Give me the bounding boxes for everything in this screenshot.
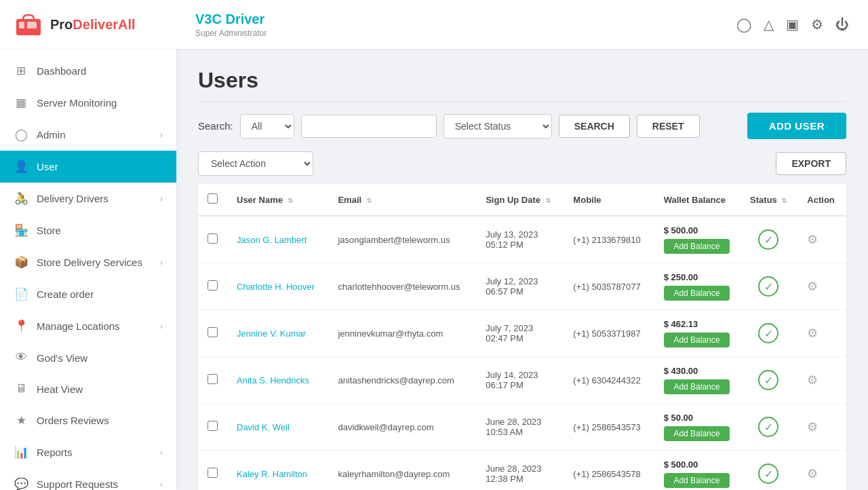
wallet-amount: $ 500.00 [664,225,730,235]
add-balance-button[interactable]: Add Balance [664,473,730,488]
wallet-amount: $ 462.13 [664,319,730,329]
status-check: ✓ [749,464,788,484]
row-signup-date: July 12, 202306:57 PM [476,263,564,310]
row-username: Jason G. Lambert [227,216,328,263]
row-checkbox-cell[interactable] [198,216,227,263]
row-status: ✓ [739,310,797,357]
search-input[interactable] [301,115,437,138]
table-row: David K. Weil davidkweil@dayrep.com June… [198,404,846,451]
sidebar-item-label: Store [37,225,61,236]
search-button[interactable]: SEARCH [559,115,630,138]
gear-icon[interactable]: ⚙ [811,16,823,33]
row-email: jasonglambert@teleworm.us [328,216,476,263]
sidebar-item-label: User [37,161,58,172]
search-filter-select[interactable]: All Name Email Mobile [240,114,294,138]
sidebar-item-support-requests[interactable]: 💬 Support Requests › [0,468,176,490]
sidebar-item-gods-view[interactable]: 👁 God's View [0,342,176,373]
col-status[interactable]: Status ⇅ [739,184,797,216]
clipboard-icon[interactable]: ▣ [786,16,799,33]
row-checkbox-cell[interactable] [198,357,227,404]
add-balance-button[interactable]: Add Balance [664,239,730,254]
action-gear-button[interactable]: ⚙ [807,326,818,341]
sidebar-item-server-monitoring[interactable]: ▦ Server Monitoring [0,87,176,119]
row-checkbox[interactable] [208,421,218,431]
wallet-amount: $ 500.00 [664,459,730,470]
row-status: ✓ [739,404,797,451]
row-checkbox-cell[interactable] [198,451,227,491]
row-checkbox[interactable] [208,280,218,290]
sidebar-item-label: Manage Locations [37,320,120,332]
select-all-checkbox[interactable] [208,193,218,204]
row-checkbox[interactable] [208,233,218,244]
col-username[interactable]: User Name ⇅ [227,184,328,216]
row-action: ⚙ [797,310,846,357]
row-checkbox[interactable] [208,468,218,478]
action-row: Select Action Delete Activate Deactivate… [198,151,846,176]
pin-icon: 📍 [14,319,28,333]
add-balance-button[interactable]: Add Balance [664,379,730,394]
doc-icon: 📄 [14,287,28,301]
sidebar-item-orders-reviews[interactable]: ★ Orders Reviews [0,404,176,436]
user-name-link[interactable]: Anita S. Hendricks [237,375,309,385]
row-email: jenninevkumar@rhyta.com [328,310,476,357]
export-button[interactable]: EXPORT [776,152,846,175]
sidebar-item-dashboard[interactable]: ⊞ Dashboard [0,55,176,87]
table-row: Kaley R. Hamilton kaleyrhamilton@dayrep.… [198,451,846,491]
row-wallet: $ 500.00 Add Balance [654,451,740,491]
add-balance-button[interactable]: Add Balance [664,333,730,347]
add-balance-button[interactable]: Add Balance [664,286,730,301]
sidebar-item-store[interactable]: 🏪 Store [0,214,176,246]
user-name-link[interactable]: Kaley R. Hamilton [237,469,307,479]
sort-icon: ⇅ [366,197,372,204]
table-row: Charlotte H. Hoover charlottehhoover@tel… [198,263,846,310]
reset-button[interactable]: RESET [637,115,700,138]
sort-icon: ⇅ [781,197,787,204]
status-select[interactable]: Select Status Active Inactive [443,114,552,138]
action-gear-button[interactable]: ⚙ [807,466,818,481]
user-name-link[interactable]: Jennine V. Kumar [237,328,306,339]
add-balance-button[interactable]: Add Balance [664,426,730,441]
add-user-button[interactable]: ADD USER [747,113,846,139]
sidebar-item-store-delivery-services[interactable]: 📦 Store Delivery Services › [0,246,176,278]
sidebar-item-label: Admin [37,129,66,140]
action-gear-button[interactable]: ⚙ [807,419,818,434]
row-checkbox[interactable] [208,374,218,384]
header-icons: ◯ △ ▣ ⚙ ⏻ [736,16,849,33]
action-gear-button[interactable]: ⚙ [807,232,818,247]
row-checkbox-cell[interactable] [198,263,227,310]
row-checkbox-cell[interactable] [198,404,227,451]
col-signup-date[interactable]: Sign Up Date ⇅ [476,184,564,216]
wallet-amount: $ 50.00 [664,413,730,423]
sidebar-item-delivery-drivers[interactable]: 🚴 Delivery Drivers › [0,183,176,214]
row-action: ⚙ [797,263,846,310]
sidebar-item-manage-locations[interactable]: 📍 Manage Locations › [0,310,176,342]
sidebar-item-heat-view[interactable]: 🖥 Heat View [0,373,176,404]
star-icon: ★ [14,413,28,428]
row-signup-date: July 14, 202306:17 PM [476,357,564,404]
col-email[interactable]: Email ⇅ [328,184,476,216]
row-mobile: (+1) 5053371987 [564,310,654,357]
user-name-link[interactable]: Jason G. Lambert [237,235,307,245]
sidebar-item-label: Dashboard [37,65,86,77]
row-email: kaleyrhamilton@dayrep.com [328,451,476,491]
power-icon[interactable]: ⏻ [835,17,849,33]
user-icon[interactable]: ◯ [736,16,751,33]
row-checkbox-cell[interactable] [198,310,227,357]
sidebar-item-admin[interactable]: ◯ Admin › [0,119,176,151]
sidebar-item-create-order[interactable]: 📄 Create order [0,278,176,310]
user-name-link[interactable]: Charlotte H. Hoover [237,282,315,292]
row-username: Charlotte H. Hoover [227,263,328,310]
alert-icon[interactable]: △ [764,16,774,33]
sidebar-item-user[interactable]: 👤 User [0,151,176,183]
sidebar-item-label: Store Delivery Services [37,257,142,268]
table-header-row: User Name ⇅ Email ⇅ Sign Up Date ⇅ Mob [198,184,846,216]
col-action: Action [797,184,846,216]
action-gear-button[interactable]: ⚙ [807,373,818,388]
row-checkbox[interactable] [208,327,218,337]
monitor-icon: 🖥 [14,382,28,396]
sidebar-item-reports[interactable]: 📊 Reports › [0,436,176,468]
action-gear-button[interactable]: ⚙ [807,279,818,294]
user-name-link[interactable]: David K. Weil [237,422,290,432]
user-circle-icon: ◯ [14,128,28,142]
action-select[interactable]: Select Action Delete Activate Deactivate [198,151,313,176]
